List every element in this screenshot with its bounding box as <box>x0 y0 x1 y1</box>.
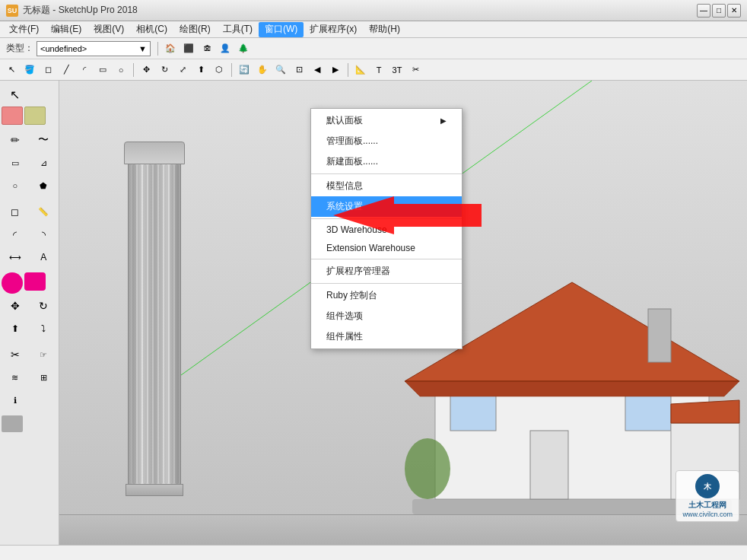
menu-draw[interactable]: 绘图(R) <box>173 22 217 37</box>
lt-section[interactable]: ✂ <box>2 344 29 365</box>
lt-move[interactable]: ✥ <box>2 295 29 317</box>
tb-line[interactable]: ╱ <box>58 62 75 78</box>
maximize-button[interactable]: □ <box>712 4 726 18</box>
toolbar-separator <box>157 42 158 56</box>
lt-select[interactable]: ↖ <box>2 84 29 105</box>
lt-text[interactable]: A <box>30 247 58 268</box>
menu-extensions[interactable]: 扩展程序(x) <box>304 22 363 37</box>
lt-arc2[interactable]: ◝ <box>30 224 58 245</box>
tb-section[interactable]: ✂ <box>407 62 424 78</box>
lt-extra2[interactable] <box>24 415 46 432</box>
lt-push[interactable]: ⬆ <box>2 318 29 339</box>
menu-view[interactable]: 视图(V) <box>87 22 130 37</box>
menu-item-new-panel[interactable]: 新建面板...... <box>311 151 462 172</box>
tb-paint[interactable]: 🪣 <box>21 62 38 78</box>
menu-item-3d-warehouse[interactable]: 3D Warehouse <box>311 221 462 239</box>
tb-eraser[interactable]: ◻ <box>40 62 56 78</box>
lt-entity[interactable]: ℹ <box>2 390 29 411</box>
column-base <box>126 484 183 496</box>
tb-next-view[interactable]: ▶ <box>327 62 344 78</box>
menu-item-label: 默认面板 <box>326 114 363 127</box>
tb-cube-btn[interactable]: ⬛ <box>180 40 197 57</box>
tb-home-btn[interactable]: 🏠 <box>162 40 179 57</box>
lt-paint2[interactable] <box>24 107 46 125</box>
tb-person-btn[interactable]: 👤 <box>217 40 234 57</box>
menu-help[interactable]: 帮助(H) <box>363 22 406 37</box>
tb-scale[interactable]: ⤢ <box>174 62 191 78</box>
window-title: 无标题 - SketchUp Pro 2018 <box>23 4 692 17</box>
tb-arc[interactable]: ◜ <box>76 62 93 78</box>
tb-orbit[interactable]: 🔄 <box>236 62 253 78</box>
menu-separator-1 <box>311 173 462 174</box>
tb-rotate[interactable]: ↻ <box>156 62 173 78</box>
menu-item-component-attr[interactable]: 组件属性 <box>311 326 462 347</box>
menu-tools[interactable]: 工具(T) <box>217 22 259 37</box>
tb-zoom[interactable]: 🔍 <box>272 62 289 78</box>
menu-bar: 文件(F) 编辑(E) 视图(V) 相机(C) 绘图(R) 工具(T) 窗口(W… <box>0 21 747 38</box>
watermark-url: www.civilcn.com <box>682 511 733 518</box>
tb-offset[interactable]: ⬡ <box>211 62 227 78</box>
toolbar-sep3 <box>231 63 232 77</box>
tb-text[interactable]: T <box>370 62 387 78</box>
tb-circle[interactable]: ○ <box>113 62 129 78</box>
column-object <box>124 142 185 507</box>
tb-3dtext[interactable]: 3T <box>389 62 405 78</box>
close-button[interactable]: ✕ <box>727 4 741 18</box>
main-area: ↖ ✏ 〜 ▭ ⊿ ○ ⬟ ◻ 📏 ◜ ◝ ⟷ A <box>0 81 747 545</box>
lt-interact[interactable]: ☞ <box>30 344 58 365</box>
tb-pushpull[interactable]: ⬆ <box>192 62 209 78</box>
lt-rotate[interactable]: ↻ <box>30 295 58 317</box>
lt-dim[interactable]: ⟷ <box>2 247 29 268</box>
tb-prev-view[interactable]: ◀ <box>309 62 326 78</box>
lt-shape3[interactable]: ○ <box>2 175 29 196</box>
menu-separator-3 <box>311 259 462 259</box>
svg-rect-5 <box>530 431 568 499</box>
menu-item-model-info[interactable]: 模型信息 <box>311 176 462 196</box>
dropdown-menu: 默认面板 ▶ 管理面板...... 新建面板...... 模型信息 系统设置 3… <box>310 108 463 349</box>
tb-zoom-ext[interactable]: ⊡ <box>291 62 307 78</box>
menu-item-ruby-console[interactable]: Ruby 控制台 <box>311 285 462 306</box>
window-controls: — □ ✕ <box>697 4 741 18</box>
lt-zoom-btn[interactable] <box>24 272 46 291</box>
lt-eraser[interactable]: ◻ <box>2 201 29 222</box>
lt-orbit-gear[interactable] <box>2 272 23 294</box>
menu-item-default-panel[interactable]: 默认面板 ▶ <box>311 110 462 131</box>
viewport[interactable]: 默认面板 ▶ 管理面板...... 新建面板...... 模型信息 系统设置 3… <box>59 81 747 545</box>
menu-item-system-prefs[interactable]: 系统设置 <box>311 196 462 217</box>
menu-item-ext-manager[interactable]: 扩展程序管理器 <box>311 261 462 282</box>
menu-item-ext-warehouse[interactable]: Extension Warehouse <box>311 239 462 257</box>
minimize-button[interactable]: — <box>697 4 710 18</box>
menu-item-manage-panel[interactable]: 管理面板...... <box>311 131 462 151</box>
tb-tree-btn[interactable]: 🌲 <box>235 40 252 57</box>
lt-shape1[interactable]: ▭ <box>2 152 29 173</box>
type-dropdown[interactable]: <undefined> ▼ <box>37 41 151 56</box>
lt-pencil[interactable]: ✏ <box>2 129 29 151</box>
tb-pan[interactable]: ✋ <box>254 62 271 78</box>
menu-window[interactable]: 窗口(W) <box>259 22 304 37</box>
menu-edit[interactable]: 编辑(E) <box>45 22 87 37</box>
lt-tape[interactable]: 📏 <box>30 201 58 222</box>
menu-item-label: Extension Warehouse <box>326 243 415 253</box>
toolbar-sep2 <box>133 63 134 77</box>
tb-move[interactable]: ✥ <box>138 62 154 78</box>
brand-icon: 木 <box>698 477 717 495</box>
tb-select[interactable]: ↖ <box>3 62 20 78</box>
lt-measure[interactable]: ⊞ <box>30 367 58 388</box>
lt-space[interactable] <box>30 84 58 105</box>
lt-paint1[interactable] <box>2 107 23 125</box>
lt-follow[interactable]: ⤵ <box>30 318 58 339</box>
menu-file[interactable]: 文件(F) <box>3 22 45 37</box>
lt-shape2[interactable]: ⊿ <box>30 152 58 173</box>
lt-arc1[interactable]: ◜ <box>2 224 29 245</box>
menu-camera[interactable]: 相机(C) <box>130 22 173 37</box>
menu-item-component-opts[interactable]: 组件选项 <box>311 306 462 326</box>
lt-sandbox[interactable]: ≋ <box>2 367 29 388</box>
lt-curve[interactable]: 〜 <box>30 129 58 151</box>
lt-extra1[interactable] <box>2 415 23 432</box>
lt-shape4[interactable]: ⬟ <box>30 175 58 196</box>
menu-item-label: 组件属性 <box>326 330 363 343</box>
tb-dim[interactable]: 📐 <box>352 62 369 78</box>
tb-house-btn[interactable]: 🏚 <box>199 40 215 57</box>
tb-rect[interactable]: ▭ <box>94 62 111 78</box>
type-selector: 类型： <undefined> ▼ <box>3 40 154 58</box>
